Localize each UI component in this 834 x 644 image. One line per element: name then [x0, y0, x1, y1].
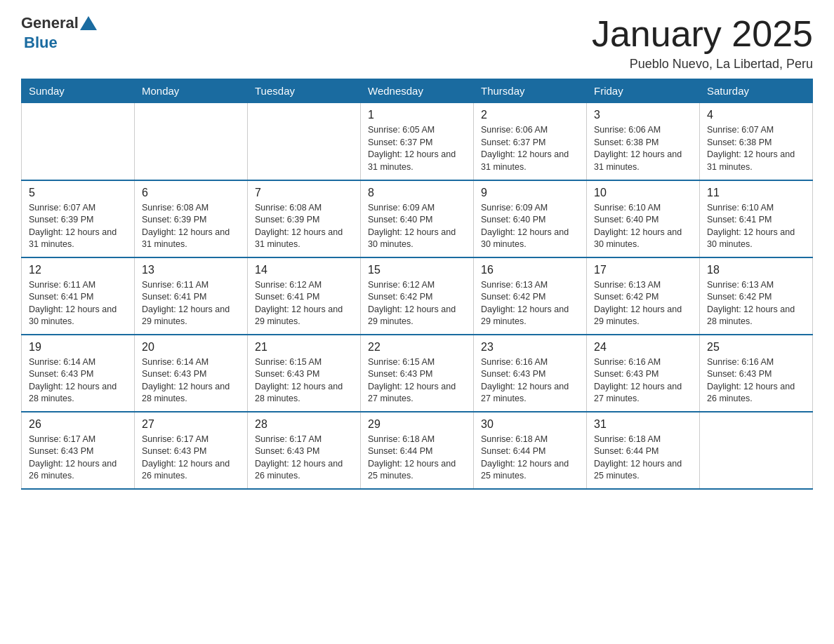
day-number: 30	[481, 418, 579, 431]
calendar-cell: 23Sunrise: 6:16 AM Sunset: 6:43 PM Dayli…	[474, 335, 587, 412]
calendar-week-5: 26Sunrise: 6:17 AM Sunset: 6:43 PM Dayli…	[22, 412, 813, 489]
day-number: 8	[368, 187, 466, 199]
day-number: 14	[255, 264, 353, 276]
logo-general-text: General	[21, 14, 79, 32]
day-number: 6	[142, 187, 240, 199]
day-number: 18	[707, 264, 805, 276]
cell-info: Sunrise: 6:13 AM Sunset: 6:42 PM Dayligh…	[594, 279, 692, 328]
day-number: 12	[29, 264, 127, 276]
cell-info: Sunrise: 6:17 AM Sunset: 6:43 PM Dayligh…	[142, 434, 240, 483]
cell-info: Sunrise: 6:17 AM Sunset: 6:43 PM Dayligh…	[255, 434, 353, 483]
cell-info: Sunrise: 6:09 AM Sunset: 6:40 PM Dayligh…	[368, 202, 466, 251]
day-number: 10	[594, 187, 692, 199]
calendar-cell	[700, 412, 813, 489]
weekday-header-sunday: Sunday	[22, 79, 135, 103]
cell-info: Sunrise: 6:18 AM Sunset: 6:44 PM Dayligh…	[594, 434, 692, 483]
calendar-cell: 20Sunrise: 6:14 AM Sunset: 6:43 PM Dayli…	[135, 335, 248, 412]
day-number: 21	[255, 341, 353, 354]
logo-blue-text: Blue	[24, 34, 58, 52]
calendar-cell: 13Sunrise: 6:11 AM Sunset: 6:41 PM Dayli…	[135, 257, 248, 335]
calendar-cell: 18Sunrise: 6:13 AM Sunset: 6:42 PM Dayli…	[700, 257, 813, 335]
weekday-header-friday: Friday	[587, 79, 700, 103]
calendar-cell: 30Sunrise: 6:18 AM Sunset: 6:44 PM Dayli…	[474, 412, 587, 489]
calendar-cell: 4Sunrise: 6:07 AM Sunset: 6:38 PM Daylig…	[700, 103, 813, 180]
cell-info: Sunrise: 6:12 AM Sunset: 6:41 PM Dayligh…	[255, 279, 353, 328]
weekday-header-saturday: Saturday	[700, 79, 813, 103]
calendar-cell: 7Sunrise: 6:08 AM Sunset: 6:39 PM Daylig…	[248, 180, 361, 257]
calendar-cell: 22Sunrise: 6:15 AM Sunset: 6:43 PM Dayli…	[361, 335, 474, 412]
calendar-cell: 6Sunrise: 6:08 AM Sunset: 6:39 PM Daylig…	[135, 180, 248, 257]
day-number: 17	[594, 264, 692, 276]
day-number: 16	[481, 264, 579, 276]
day-number: 7	[255, 187, 353, 199]
calendar-week-3: 12Sunrise: 6:11 AM Sunset: 6:41 PM Dayli…	[22, 257, 813, 335]
cell-info: Sunrise: 6:10 AM Sunset: 6:41 PM Dayligh…	[707, 202, 805, 251]
cell-info: Sunrise: 6:15 AM Sunset: 6:43 PM Dayligh…	[368, 356, 466, 405]
calendar-cell: 24Sunrise: 6:16 AM Sunset: 6:43 PM Dayli…	[587, 335, 700, 412]
weekday-header-tuesday: Tuesday	[248, 79, 361, 103]
calendar-cell: 12Sunrise: 6:11 AM Sunset: 6:41 PM Dayli…	[22, 257, 135, 335]
logo-triangle-icon	[80, 16, 97, 30]
day-number: 9	[481, 187, 579, 199]
cell-info: Sunrise: 6:09 AM Sunset: 6:40 PM Dayligh…	[481, 202, 579, 251]
cell-info: Sunrise: 6:16 AM Sunset: 6:43 PM Dayligh…	[481, 356, 579, 405]
cell-info: Sunrise: 6:11 AM Sunset: 6:41 PM Dayligh…	[142, 279, 240, 328]
calendar-cell: 25Sunrise: 6:16 AM Sunset: 6:43 PM Dayli…	[700, 335, 813, 412]
day-number: 29	[368, 418, 466, 431]
calendar-cell: 1Sunrise: 6:05 AM Sunset: 6:37 PM Daylig…	[361, 103, 474, 180]
day-number: 13	[142, 264, 240, 276]
cell-info: Sunrise: 6:14 AM Sunset: 6:43 PM Dayligh…	[142, 356, 240, 405]
day-number: 26	[29, 418, 127, 431]
day-number: 5	[29, 187, 127, 199]
day-number: 23	[481, 341, 579, 354]
day-number: 31	[594, 418, 692, 431]
weekday-header-wednesday: Wednesday	[361, 79, 474, 103]
day-number: 2	[481, 109, 579, 121]
cell-info: Sunrise: 6:18 AM Sunset: 6:44 PM Dayligh…	[481, 434, 579, 483]
day-number: 27	[142, 418, 240, 431]
calendar-body: 1Sunrise: 6:05 AM Sunset: 6:37 PM Daylig…	[22, 103, 813, 489]
calendar-cell: 2Sunrise: 6:06 AM Sunset: 6:37 PM Daylig…	[474, 103, 587, 180]
cell-info: Sunrise: 6:11 AM Sunset: 6:41 PM Dayligh…	[29, 279, 127, 328]
calendar-cell: 10Sunrise: 6:10 AM Sunset: 6:40 PM Dayli…	[587, 180, 700, 257]
cell-info: Sunrise: 6:07 AM Sunset: 6:38 PM Dayligh…	[707, 124, 805, 173]
cell-info: Sunrise: 6:06 AM Sunset: 6:38 PM Dayligh…	[594, 124, 692, 173]
calendar-cell: 16Sunrise: 6:13 AM Sunset: 6:42 PM Dayli…	[474, 257, 587, 335]
cell-info: Sunrise: 6:13 AM Sunset: 6:42 PM Dayligh…	[707, 279, 805, 328]
day-number: 20	[142, 341, 240, 354]
day-number: 15	[368, 264, 466, 276]
calendar-cell: 28Sunrise: 6:17 AM Sunset: 6:43 PM Dayli…	[248, 412, 361, 489]
calendar-cell: 27Sunrise: 6:17 AM Sunset: 6:43 PM Dayli…	[135, 412, 248, 489]
cell-info: Sunrise: 6:18 AM Sunset: 6:44 PM Dayligh…	[368, 434, 466, 483]
day-number: 19	[29, 341, 127, 354]
cell-info: Sunrise: 6:17 AM Sunset: 6:43 PM Dayligh…	[29, 434, 127, 483]
calendar-table: SundayMondayTuesdayWednesdayThursdayFrid…	[21, 79, 813, 490]
calendar-cell: 29Sunrise: 6:18 AM Sunset: 6:44 PM Dayli…	[361, 412, 474, 489]
weekday-header-thursday: Thursday	[474, 79, 587, 103]
calendar-cell: 11Sunrise: 6:10 AM Sunset: 6:41 PM Dayli…	[700, 180, 813, 257]
calendar-cell: 21Sunrise: 6:15 AM Sunset: 6:43 PM Dayli…	[248, 335, 361, 412]
month-title: January 2025	[592, 14, 813, 54]
cell-info: Sunrise: 6:13 AM Sunset: 6:42 PM Dayligh…	[481, 279, 579, 328]
calendar-week-2: 5Sunrise: 6:07 AM Sunset: 6:39 PM Daylig…	[22, 180, 813, 257]
page-header: General Blue January 2025 Pueblo Nuevo, …	[21, 14, 813, 72]
calendar-cell	[248, 103, 361, 180]
logo: General Blue	[21, 14, 98, 52]
cell-info: Sunrise: 6:15 AM Sunset: 6:43 PM Dayligh…	[255, 356, 353, 405]
title-section: January 2025 Pueblo Nuevo, La Libertad, …	[592, 14, 813, 72]
location-text: Pueblo Nuevo, La Libertad, Peru	[592, 57, 813, 72]
calendar-header: SundayMondayTuesdayWednesdayThursdayFrid…	[22, 79, 813, 103]
calendar-cell: 31Sunrise: 6:18 AM Sunset: 6:44 PM Dayli…	[587, 412, 700, 489]
day-number: 28	[255, 418, 353, 431]
calendar-cell: 3Sunrise: 6:06 AM Sunset: 6:38 PM Daylig…	[587, 103, 700, 180]
day-number: 11	[707, 187, 805, 199]
day-number: 22	[368, 341, 466, 354]
calendar-cell: 9Sunrise: 6:09 AM Sunset: 6:40 PM Daylig…	[474, 180, 587, 257]
cell-info: Sunrise: 6:16 AM Sunset: 6:43 PM Dayligh…	[594, 356, 692, 405]
day-number: 24	[594, 341, 692, 354]
calendar-week-4: 19Sunrise: 6:14 AM Sunset: 6:43 PM Dayli…	[22, 335, 813, 412]
cell-info: Sunrise: 6:14 AM Sunset: 6:43 PM Dayligh…	[29, 356, 127, 405]
day-number: 3	[594, 109, 692, 121]
cell-info: Sunrise: 6:05 AM Sunset: 6:37 PM Dayligh…	[368, 124, 466, 173]
cell-info: Sunrise: 6:10 AM Sunset: 6:40 PM Dayligh…	[594, 202, 692, 251]
